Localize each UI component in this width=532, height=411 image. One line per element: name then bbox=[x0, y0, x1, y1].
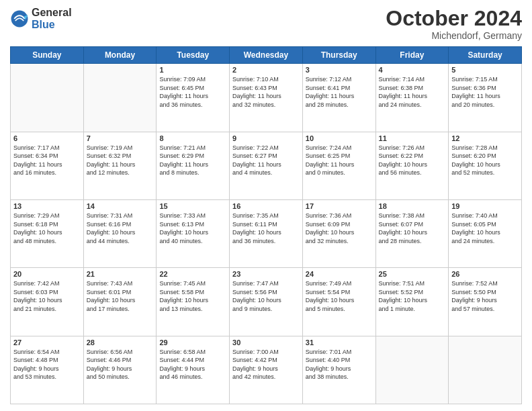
day-content: Sunrise: 7:51 AM Sunset: 5:52 PM Dayligh… bbox=[379, 279, 446, 313]
day-content: Sunrise: 6:56 AM Sunset: 4:46 PM Dayligh… bbox=[87, 348, 154, 381]
day-content: Sunrise: 7:14 AM Sunset: 6:38 PM Dayligh… bbox=[379, 75, 446, 109]
calendar-cell: 21Sunrise: 7:43 AM Sunset: 6:01 PM Dayli… bbox=[83, 268, 157, 336]
calendar-cell: 11Sunrise: 7:26 AM Sunset: 6:22 PM Dayli… bbox=[375, 132, 449, 199]
title-block: October 2024 Michendorf, Germany bbox=[386, 7, 522, 41]
day-number: 24 bbox=[306, 270, 373, 278]
col-sunday: Sunday bbox=[11, 47, 84, 64]
day-content: Sunrise: 7:10 AM Sunset: 6:43 PM Dayligh… bbox=[232, 75, 300, 109]
day-number: 10 bbox=[306, 134, 373, 142]
calendar-cell: 7Sunrise: 7:19 AM Sunset: 6:32 PM Daylig… bbox=[83, 132, 157, 199]
calendar-cell: 10Sunrise: 7:24 AM Sunset: 6:25 PM Dayli… bbox=[302, 132, 375, 199]
day-content: Sunrise: 7:00 AM Sunset: 4:42 PM Dayligh… bbox=[232, 348, 300, 381]
calendar-cell: 23Sunrise: 7:47 AM Sunset: 5:56 PM Dayli… bbox=[230, 268, 303, 336]
day-content: Sunrise: 7:26 AM Sunset: 6:22 PM Dayligh… bbox=[379, 144, 446, 177]
calendar-cell bbox=[11, 64, 84, 132]
day-number: 15 bbox=[159, 202, 226, 210]
col-wednesday: Wednesday bbox=[230, 47, 303, 64]
col-monday: Monday bbox=[83, 47, 157, 64]
calendar-week-3: 13Sunrise: 7:29 AM Sunset: 6:18 PM Dayli… bbox=[11, 199, 522, 267]
day-content: Sunrise: 7:01 AM Sunset: 4:40 PM Dayligh… bbox=[306, 348, 373, 381]
logo-text: General Blue bbox=[32, 7, 72, 30]
day-number: 27 bbox=[13, 338, 81, 347]
day-number: 4 bbox=[379, 66, 446, 74]
calendar-cell bbox=[83, 64, 157, 132]
day-content: Sunrise: 7:21 AM Sunset: 6:29 PM Dayligh… bbox=[159, 144, 226, 177]
calendar-week-1: 1Sunrise: 7:09 AM Sunset: 6:45 PM Daylig… bbox=[11, 64, 522, 132]
day-content: Sunrise: 7:31 AM Sunset: 6:16 PM Dayligh… bbox=[87, 212, 154, 245]
calendar-header-row: Sunday Monday Tuesday Wednesday Thursday… bbox=[11, 47, 522, 64]
day-number: 29 bbox=[159, 338, 226, 347]
calendar-cell bbox=[375, 336, 449, 404]
calendar-week-5: 27Sunrise: 6:54 AM Sunset: 4:48 PM Dayli… bbox=[11, 336, 522, 404]
day-content: Sunrise: 7:28 AM Sunset: 6:20 PM Dayligh… bbox=[451, 144, 519, 177]
day-number: 31 bbox=[306, 338, 373, 347]
calendar-cell: 3Sunrise: 7:12 AM Sunset: 6:41 PM Daylig… bbox=[302, 64, 375, 132]
calendar-cell: 6Sunrise: 7:17 AM Sunset: 6:34 PM Daylig… bbox=[11, 132, 84, 199]
day-content: Sunrise: 7:36 AM Sunset: 6:09 PM Dayligh… bbox=[306, 212, 373, 245]
day-content: Sunrise: 6:54 AM Sunset: 4:48 PM Dayligh… bbox=[13, 348, 81, 381]
day-content: Sunrise: 7:45 AM Sunset: 5:58 PM Dayligh… bbox=[159, 279, 226, 313]
day-number: 17 bbox=[306, 202, 373, 210]
calendar-cell: 31Sunrise: 7:01 AM Sunset: 4:40 PM Dayli… bbox=[302, 336, 375, 404]
day-number: 8 bbox=[159, 134, 226, 142]
calendar-cell: 1Sunrise: 7:09 AM Sunset: 6:45 PM Daylig… bbox=[157, 64, 230, 132]
calendar-cell: 26Sunrise: 7:52 AM Sunset: 5:50 PM Dayli… bbox=[449, 268, 522, 336]
day-content: Sunrise: 7:17 AM Sunset: 6:34 PM Dayligh… bbox=[13, 144, 81, 177]
calendar-cell: 19Sunrise: 7:40 AM Sunset: 6:05 PM Dayli… bbox=[449, 199, 522, 267]
day-content: Sunrise: 7:42 AM Sunset: 6:03 PM Dayligh… bbox=[13, 279, 81, 313]
day-content: Sunrise: 7:29 AM Sunset: 6:18 PM Dayligh… bbox=[13, 212, 81, 245]
day-number: 11 bbox=[379, 134, 446, 142]
col-saturday: Saturday bbox=[449, 47, 522, 64]
day-number: 22 bbox=[159, 270, 226, 278]
calendar-cell: 13Sunrise: 7:29 AM Sunset: 6:18 PM Dayli… bbox=[11, 199, 84, 267]
day-number: 26 bbox=[451, 270, 519, 278]
calendar-cell: 30Sunrise: 7:00 AM Sunset: 4:42 PM Dayli… bbox=[230, 336, 303, 404]
day-number: 9 bbox=[232, 134, 300, 142]
calendar-cell bbox=[449, 336, 522, 404]
calendar-cell: 12Sunrise: 7:28 AM Sunset: 6:20 PM Dayli… bbox=[449, 132, 522, 199]
calendar-cell: 8Sunrise: 7:21 AM Sunset: 6:29 PM Daylig… bbox=[157, 132, 230, 199]
day-content: Sunrise: 7:24 AM Sunset: 6:25 PM Dayligh… bbox=[306, 144, 373, 177]
calendar-cell: 29Sunrise: 6:58 AM Sunset: 4:44 PM Dayli… bbox=[157, 336, 230, 404]
day-number: 12 bbox=[451, 134, 519, 142]
calendar-cell: 4Sunrise: 7:14 AM Sunset: 6:38 PM Daylig… bbox=[375, 64, 449, 132]
day-content: Sunrise: 7:19 AM Sunset: 6:32 PM Dayligh… bbox=[87, 144, 154, 177]
calendar-cell: 5Sunrise: 7:15 AM Sunset: 6:36 PM Daylig… bbox=[449, 64, 522, 132]
day-number: 1 bbox=[159, 66, 226, 74]
logo-icon bbox=[10, 9, 29, 28]
logo-general: General bbox=[32, 7, 72, 19]
calendar-cell: 2Sunrise: 7:10 AM Sunset: 6:43 PM Daylig… bbox=[230, 64, 303, 132]
day-content: Sunrise: 7:33 AM Sunset: 6:13 PM Dayligh… bbox=[159, 212, 226, 245]
col-tuesday: Tuesday bbox=[157, 47, 230, 64]
day-number: 20 bbox=[13, 270, 81, 278]
calendar-cell: 9Sunrise: 7:22 AM Sunset: 6:27 PM Daylig… bbox=[230, 132, 303, 199]
header: General Blue October 2024 Michendorf, Ge… bbox=[10, 7, 522, 41]
day-number: 5 bbox=[451, 66, 519, 74]
calendar-week-2: 6Sunrise: 7:17 AM Sunset: 6:34 PM Daylig… bbox=[11, 132, 522, 199]
calendar-cell: 22Sunrise: 7:45 AM Sunset: 5:58 PM Dayli… bbox=[157, 268, 230, 336]
day-number: 18 bbox=[379, 202, 446, 210]
day-number: 21 bbox=[87, 270, 154, 278]
day-number: 16 bbox=[232, 202, 300, 210]
calendar-cell: 27Sunrise: 6:54 AM Sunset: 4:48 PM Dayli… bbox=[11, 336, 84, 404]
calendar-cell: 17Sunrise: 7:36 AM Sunset: 6:09 PM Dayli… bbox=[302, 199, 375, 267]
day-content: Sunrise: 7:22 AM Sunset: 6:27 PM Dayligh… bbox=[232, 144, 300, 177]
location: Michendorf, Germany bbox=[386, 30, 522, 41]
day-content: Sunrise: 6:58 AM Sunset: 4:44 PM Dayligh… bbox=[159, 348, 226, 381]
col-thursday: Thursday bbox=[302, 47, 375, 64]
day-number: 25 bbox=[379, 270, 446, 278]
logo-blue: Blue bbox=[32, 19, 72, 31]
calendar-cell: 18Sunrise: 7:38 AM Sunset: 6:07 PM Dayli… bbox=[375, 199, 449, 267]
day-number: 2 bbox=[232, 66, 300, 74]
day-number: 14 bbox=[87, 202, 154, 210]
day-number: 23 bbox=[232, 270, 300, 278]
day-content: Sunrise: 7:09 AM Sunset: 6:45 PM Dayligh… bbox=[159, 75, 226, 109]
day-number: 28 bbox=[87, 338, 154, 347]
calendar-cell: 28Sunrise: 6:56 AM Sunset: 4:46 PM Dayli… bbox=[83, 336, 157, 404]
day-content: Sunrise: 7:43 AM Sunset: 6:01 PM Dayligh… bbox=[87, 279, 154, 313]
calendar-cell: 24Sunrise: 7:49 AM Sunset: 5:54 PM Dayli… bbox=[302, 268, 375, 336]
day-content: Sunrise: 7:15 AM Sunset: 6:36 PM Dayligh… bbox=[451, 75, 519, 109]
day-content: Sunrise: 7:40 AM Sunset: 6:05 PM Dayligh… bbox=[451, 212, 519, 245]
month-title: October 2024 bbox=[386, 7, 522, 30]
calendar-cell: 15Sunrise: 7:33 AM Sunset: 6:13 PM Dayli… bbox=[157, 199, 230, 267]
